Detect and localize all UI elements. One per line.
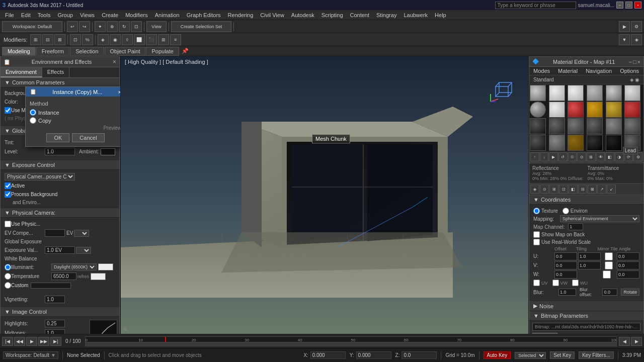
modifier-btn-2[interactable]: ⊟	[42, 34, 53, 45]
swatch-13[interactable]	[549, 118, 565, 134]
z-input[interactable]	[401, 351, 437, 359]
env-panel-close[interactable]: ×	[113, 58, 116, 65]
swatch-7[interactable]	[549, 102, 565, 118]
menu-animation[interactable]: Animation	[152, 11, 183, 19]
mat-tb-reset[interactable]: ↺	[558, 152, 568, 161]
section-coordinates[interactable]: ▼ Coordinates	[529, 195, 643, 205]
menu-tools[interactable]: Tools	[35, 11, 54, 19]
menu-views[interactable]: Views	[77, 11, 98, 19]
v-mirror-checkbox[interactable]	[602, 261, 616, 269]
copy-radio[interactable]	[30, 117, 36, 124]
search-box[interactable]: Type a keyword or phrase	[495, 2, 576, 9]
timeline-nav-left[interactable]: ◀	[619, 337, 630, 346]
right-btn-2[interactable]: ◈	[631, 34, 642, 45]
temperature-input[interactable]	[51, 273, 76, 280]
temp-swatch[interactable]	[91, 273, 106, 280]
menu-file[interactable]: File	[2, 11, 17, 19]
extra-btn-4[interactable]: ⬜	[134, 34, 145, 45]
rotate-btn[interactable]: Rotate	[621, 289, 639, 296]
menu-laubwerk[interactable]: Laubwerk	[400, 11, 431, 19]
rotate-button[interactable]: ↻	[119, 21, 130, 32]
u-mirror-checkbox[interactable]	[602, 252, 616, 260]
custom-color-bar[interactable]	[31, 283, 71, 289]
use-physical-checkbox[interactable]	[5, 221, 11, 227]
mat-close-btn[interactable]: ×	[637, 59, 640, 65]
section-bitmap-params[interactable]: ▼ Bitmap Parameters	[529, 311, 643, 321]
menu-help[interactable]: Help	[432, 11, 449, 19]
menu-content[interactable]: Content	[347, 11, 373, 19]
selected-select[interactable]: Selected	[515, 352, 546, 359]
swatch-6[interactable]	[530, 102, 546, 118]
snap-btn[interactable]: ⊡	[70, 34, 81, 45]
swatch-5[interactable]	[624, 85, 640, 101]
mat-menu-options[interactable]: Options	[616, 67, 643, 75]
blur-offset-input[interactable]	[602, 289, 617, 296]
u-angle-input[interactable]	[617, 252, 639, 260]
real-world-checkbox[interactable]	[533, 239, 540, 245]
swatch-22[interactable]	[606, 135, 622, 151]
w-mirror-checkbox[interactable]	[598, 270, 616, 279]
extra-btn-6[interactable]: ⊞	[158, 34, 169, 45]
tab-modeling[interactable]: Modeling	[2, 47, 36, 56]
swatch-9[interactable]	[587, 102, 603, 118]
cancel-button[interactable]: Cancel	[72, 133, 104, 142]
play-btn[interactable]: ▶	[26, 337, 37, 346]
extra-btn-3[interactable]: ◊	[122, 34, 133, 45]
set-key-btn[interactable]: Set Key	[550, 351, 575, 359]
menu-civil-view[interactable]: Civil View	[257, 11, 287, 19]
environ-radio[interactable]	[562, 208, 569, 214]
mat-tb2-1[interactable]: ◈	[530, 185, 539, 194]
mat-icon-2[interactable]: ◉	[635, 77, 639, 82]
menu-stingray[interactable]: Stingray	[373, 11, 399, 19]
create-selection-btn[interactable]: Create Selection Set	[171, 21, 231, 32]
mat-tb-assign[interactable]: ▶	[549, 152, 558, 161]
mat-tb-show[interactable]: 👁	[596, 152, 605, 161]
swatch-0[interactable]	[530, 85, 546, 101]
section-exposure[interactable]: ▼ Exposure Control	[1, 160, 119, 170]
map-channel-input[interactable]	[568, 223, 583, 230]
texture-radio[interactable]	[533, 208, 540, 214]
mat-tb-unique[interactable]: ⊙	[577, 152, 586, 161]
mat-minimize-btn[interactable]: −	[628, 59, 631, 65]
env-tab-environment[interactable]: Environment	[1, 67, 42, 77]
swatch-20[interactable]	[568, 135, 584, 151]
timeline-ruler[interactable]: 0 10 20 30 40 50 60 70 80 90 100	[85, 336, 617, 346]
swatch-8[interactable]	[568, 102, 584, 118]
move-button[interactable]: ⊕	[107, 21, 118, 32]
level-input[interactable]	[45, 148, 75, 155]
redo-button[interactable]: ↪	[79, 21, 90, 32]
menu-autodesk[interactable]: Autodesk	[288, 11, 317, 19]
swatch-15[interactable]	[587, 118, 603, 134]
mat-maximize-btn[interactable]: □	[633, 59, 636, 65]
show-map-checkbox[interactable]	[533, 231, 540, 238]
tab-selection[interactable]: Selection	[70, 47, 104, 56]
maximize-button[interactable]: □	[625, 2, 632, 9]
extra-btn-7[interactable]: ≡	[170, 34, 181, 45]
illuminant-swatch[interactable]	[98, 263, 113, 270]
instance-radio[interactable]	[30, 109, 36, 116]
extra-btn-2[interactable]: ◉	[110, 34, 121, 45]
percent-btn[interactable]: %	[82, 34, 93, 45]
swatch-10[interactable]	[606, 102, 622, 118]
tab-populate[interactable]: Populate	[146, 47, 179, 56]
section-physical-cam[interactable]: ▼ Physical Camera:	[1, 208, 119, 218]
temperature-radio[interactable]	[5, 273, 11, 280]
mat-tb2-3[interactable]: ⊞	[549, 185, 558, 194]
ambient-swatch[interactable]	[101, 148, 115, 155]
blur-input[interactable]	[558, 289, 576, 296]
wu-checkbox[interactable]	[572, 280, 579, 286]
workspace-selector[interactable]: Workspace: Default	[2, 21, 62, 32]
swatch-12[interactable]	[530, 118, 546, 134]
prev-frame-btn[interactable]: |◀	[2, 337, 13, 346]
mapping-select[interactable]: Spherical Environment	[560, 215, 639, 222]
exposure-val-input[interactable]	[45, 246, 75, 254]
timeline-nav-right[interactable]: ▶	[631, 337, 642, 346]
mat-tb2-6[interactable]: ⊟	[578, 185, 587, 194]
mat-icon-1[interactable]: ◈	[630, 77, 634, 82]
illuminant-select[interactable]: Daylight (6500K)	[51, 263, 97, 270]
prev-key-btn[interactable]: ◀◀	[14, 337, 25, 346]
mat-tb2-8[interactable]: ↗	[597, 185, 606, 194]
illuminant-radio[interactable]	[5, 264, 11, 270]
select-button[interactable]: ✦	[95, 21, 106, 32]
mat-tb-paramsets[interactable]: ⊞	[587, 152, 596, 161]
